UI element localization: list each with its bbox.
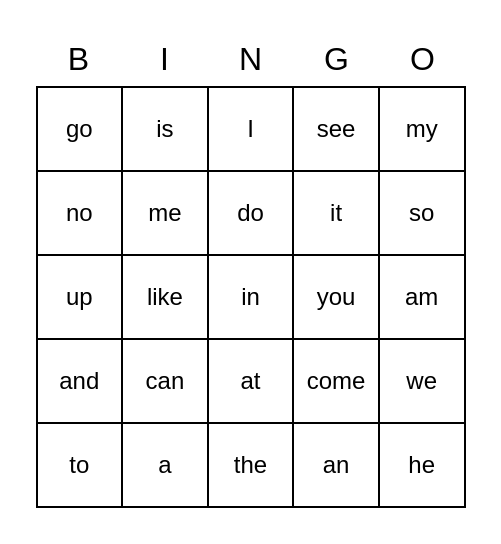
bingo-row-4: toatheanhe <box>38 424 464 506</box>
bingo-row-2: uplikeinyouam <box>38 256 464 340</box>
header-letter-B: B <box>36 37 122 82</box>
bingo-cell-2-0: up <box>38 256 124 338</box>
bingo-cell-1-0: no <box>38 172 124 254</box>
header-letter-N: N <box>208 37 294 82</box>
bingo-cell-2-4: am <box>380 256 464 338</box>
bingo-cell-3-0: and <box>38 340 124 422</box>
bingo-cell-2-2: in <box>209 256 295 338</box>
bingo-cell-3-1: can <box>123 340 209 422</box>
bingo-cell-4-3: an <box>294 424 380 506</box>
header-letter-I: I <box>122 37 208 82</box>
bingo-row-0: goisIseemy <box>38 88 464 172</box>
bingo-cell-1-1: me <box>123 172 209 254</box>
bingo-cell-0-4: my <box>380 88 464 170</box>
bingo-cell-4-1: a <box>123 424 209 506</box>
bingo-cell-0-1: is <box>123 88 209 170</box>
bingo-cell-3-2: at <box>209 340 295 422</box>
bingo-cell-3-3: come <box>294 340 380 422</box>
bingo-cell-3-4: we <box>380 340 464 422</box>
bingo-cell-0-0: go <box>38 88 124 170</box>
bingo-grid: goisIseemynomedoitsouplikeinyouamandcana… <box>36 86 466 508</box>
bingo-cell-1-2: do <box>209 172 295 254</box>
bingo-cell-0-2: I <box>209 88 295 170</box>
header-letter-O: O <box>380 37 466 82</box>
bingo-cell-0-3: see <box>294 88 380 170</box>
bingo-row-1: nomedoitso <box>38 172 464 256</box>
bingo-cell-1-3: it <box>294 172 380 254</box>
bingo-cell-2-1: like <box>123 256 209 338</box>
bingo-card: BINGO goisIseemynomedoitsouplikeinyouama… <box>36 37 466 508</box>
header-letter-G: G <box>294 37 380 82</box>
bingo-cell-2-3: you <box>294 256 380 338</box>
bingo-cell-4-4: he <box>380 424 464 506</box>
bingo-row-3: andcanatcomewe <box>38 340 464 424</box>
bingo-cell-4-2: the <box>209 424 295 506</box>
bingo-header: BINGO <box>36 37 466 82</box>
bingo-cell-4-0: to <box>38 424 124 506</box>
bingo-cell-1-4: so <box>380 172 464 254</box>
